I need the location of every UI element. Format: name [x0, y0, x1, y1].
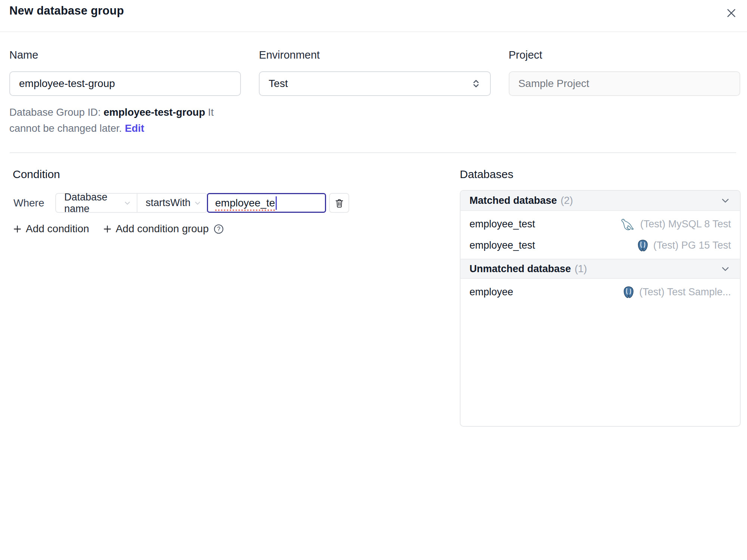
- chevron-down-icon: [123, 199, 132, 208]
- project-value: Sample Project: [518, 78, 589, 90]
- condition-section: Condition Where Database name startsWith: [13, 168, 424, 235]
- group-id-note: Database Group ID: employee-test-group I…: [9, 104, 241, 136]
- edit-group-id-link[interactable]: Edit: [125, 122, 144, 134]
- database-name: employee_test: [469, 218, 535, 230]
- postgresql-icon: [623, 286, 635, 299]
- condition-operator-value: startsWith: [146, 197, 190, 209]
- condition-value-text: employee_te: [215, 197, 275, 209]
- database-name: employee_test: [469, 240, 535, 251]
- unmatched-database-title: Unmatched database: [469, 263, 571, 275]
- matched-database-title: Matched database: [469, 195, 557, 206]
- unmatched-database-count: (1): [575, 263, 587, 275]
- project-input-disabled: Sample Project: [509, 71, 740, 96]
- svg-text:?: ?: [217, 226, 220, 232]
- databases-panel: Matched database (2) employee_test: [460, 190, 741, 427]
- condition-field-value: Database name: [64, 192, 123, 215]
- instance-label: (Test) Test Sample...: [639, 286, 731, 298]
- environment-field-block: Environment Test: [259, 49, 490, 136]
- environment-select[interactable]: Test: [259, 71, 490, 96]
- databases-section: Databases Matched database (2) employee_…: [460, 168, 741, 427]
- mysql-icon: [620, 218, 636, 231]
- section-divider: [10, 152, 736, 153]
- instance-label: (Test) PG 15 Test: [653, 240, 731, 251]
- close-button[interactable]: [725, 7, 737, 19]
- plus-icon: [13, 224, 22, 234]
- name-field-block: Name Database Group ID: employee-test-gr…: [9, 49, 241, 136]
- chevron-up-down-icon: [471, 78, 481, 89]
- project-field-block: Project Sample Project: [509, 49, 740, 136]
- chevron-down-icon: [720, 195, 731, 206]
- help-icon[interactable]: ?: [214, 224, 224, 234]
- matched-database-count: (2): [561, 195, 573, 206]
- chevron-down-icon: [193, 199, 202, 208]
- where-label: Where: [13, 193, 55, 213]
- text-cursor: [276, 196, 277, 210]
- add-condition-label: Add condition: [26, 223, 89, 235]
- project-label: Project: [509, 49, 740, 61]
- databases-heading: Databases: [460, 168, 741, 181]
- add-condition-group-label: Add condition group: [116, 223, 209, 235]
- add-condition-button[interactable]: Add condition: [13, 223, 89, 235]
- postgresql-icon: [637, 239, 649, 252]
- condition-controls-group: Database name startsWith: [55, 193, 208, 213]
- chevron-down-icon: [720, 263, 731, 274]
- dialog-header: New database group: [0, 0, 747, 32]
- database-name: employee: [469, 286, 513, 298]
- trash-icon: [334, 198, 344, 208]
- environment-selected-value: Test: [269, 78, 288, 90]
- delete-condition-button[interactable]: [329, 193, 349, 213]
- group-form: Name Database Group ID: employee-test-gr…: [9, 49, 740, 136]
- table-row: employee_test (Test) PG 15 Test: [461, 235, 740, 256]
- matched-database-rows: employee_test (Test) MySQL 8 Test employ…: [461, 211, 740, 259]
- unmatched-database-header[interactable]: Unmatched database (1): [461, 259, 740, 279]
- name-input[interactable]: [9, 71, 241, 96]
- condition-row: Where Database name startsWith: [13, 193, 424, 213]
- group-id-value: employee-test-group: [103, 106, 205, 118]
- condition-field-select[interactable]: Database name: [56, 194, 137, 212]
- name-label: Name: [9, 49, 241, 61]
- condition-heading: Condition: [13, 168, 424, 181]
- matched-database-header[interactable]: Matched database (2): [461, 191, 740, 211]
- add-condition-group-button[interactable]: Add condition group: [103, 223, 209, 235]
- condition-operator-select[interactable]: startsWith: [137, 194, 207, 212]
- condition-value-input[interactable]: employee_te: [207, 193, 326, 213]
- instance-label: (Test) MySQL 8 Test: [640, 218, 731, 230]
- group-id-note-prefix: Database Group ID:: [9, 106, 103, 118]
- condition-actions-row: Add condition Add condition group ?: [13, 223, 424, 235]
- unmatched-database-rows: employee (Test) Test Sample...: [461, 279, 740, 305]
- plus-icon: [103, 224, 112, 234]
- page-title: New database group: [9, 4, 124, 18]
- environment-label: Environment: [259, 49, 490, 61]
- table-row: employee_test (Test) MySQL 8 Test: [461, 214, 740, 235]
- table-row: employee (Test) Test Sample...: [461, 281, 740, 303]
- close-icon: [725, 7, 737, 19]
